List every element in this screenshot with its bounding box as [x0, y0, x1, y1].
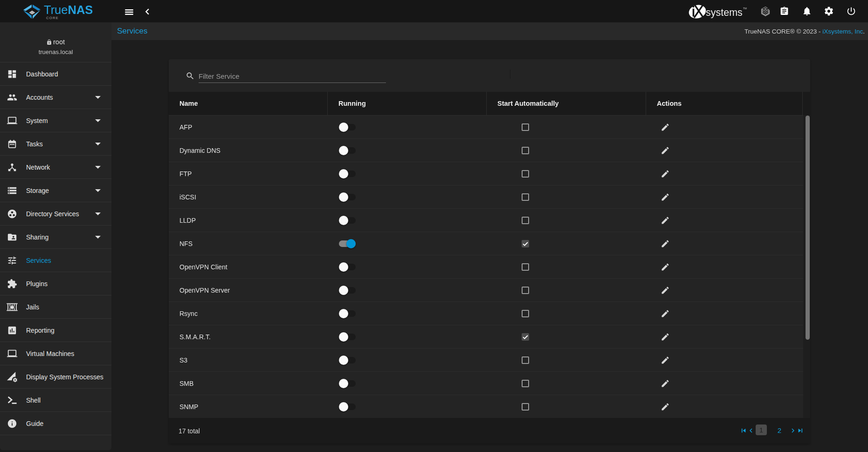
svg-text:TM: TM	[743, 7, 747, 10]
svg-text:systems: systems	[706, 7, 743, 18]
